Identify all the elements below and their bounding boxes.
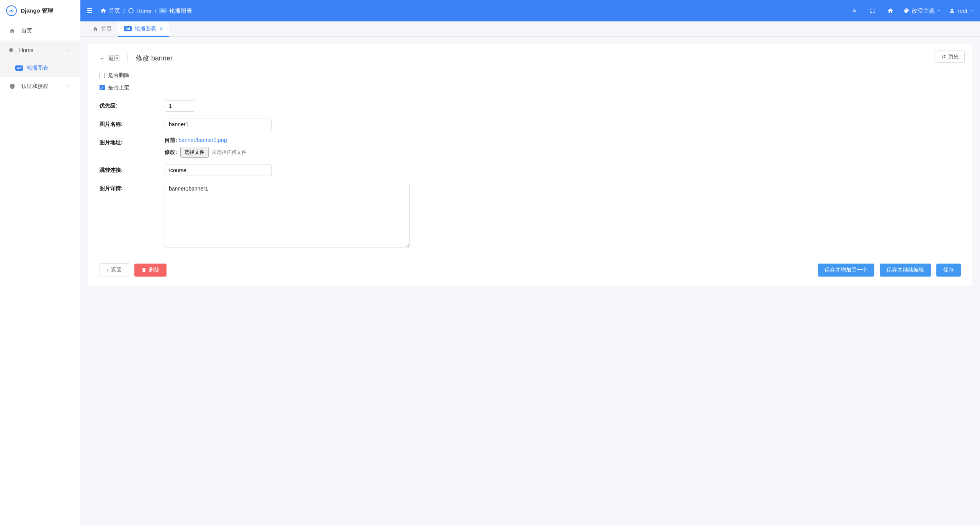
link-input[interactable]: [165, 164, 272, 176]
user-menu[interactable]: root ﹀: [949, 8, 974, 14]
file-status: 未选择任何文件: [212, 149, 247, 156]
breadcrumb-label: Home: [136, 8, 152, 14]
nav-item-home[interactable]: 首页: [0, 21, 80, 41]
detail-label: 图片详情:: [100, 183, 165, 192]
trash-icon: [141, 267, 147, 273]
home-icon: [93, 26, 98, 32]
is-deleted-checkbox[interactable]: 是否删除: [100, 72, 129, 79]
nav-label: 认证和授权: [21, 83, 48, 90]
ad-badge-icon: Ad: [15, 65, 23, 71]
dot-icon: [9, 47, 13, 53]
user-label: root: [957, 8, 967, 14]
checkbox-checked-icon: ✓: [100, 85, 105, 90]
font-icon[interactable]: [849, 5, 860, 16]
breadcrumb-label: 轮播图表: [169, 7, 192, 15]
circle-icon: [128, 8, 134, 14]
chevron-down-icon: ﹀: [66, 83, 71, 90]
history-button[interactable]: ↺ 历史: [936, 50, 965, 63]
nav-sub-label: 轮播图表: [27, 65, 48, 72]
checkbox-label: 是否删除: [108, 72, 129, 79]
svg-point-0: [129, 8, 133, 13]
theme-label: 改变主题: [912, 7, 935, 15]
chevron-up-icon: ︿: [66, 47, 71, 53]
priority-input[interactable]: [165, 100, 195, 112]
chevron-down-icon: ﹀: [970, 8, 974, 14]
choose-file-button[interactable]: 选择文件: [180, 147, 209, 158]
brand-logo[interactable]: ∞ Django 管理: [0, 0, 80, 21]
theme-menu[interactable]: 改变主题 ﹀: [903, 7, 941, 15]
content-area: ↺ 历史 ← 返回 修改 banner 是否删除: [80, 37, 980, 526]
breadcrumb-carousel[interactable]: Ad 轮播图表: [159, 7, 192, 15]
topbar: ☰ 首页 / Home / Ad 轮播图表: [80, 0, 980, 21]
brand-text: Django 管理: [21, 7, 53, 15]
fullscreen-icon[interactable]: [867, 6, 877, 16]
chevron-down-icon: ﹀: [937, 8, 941, 14]
chevron-left-icon: ‹: [107, 267, 109, 273]
breadcrumb-sep: /: [123, 8, 125, 14]
sidebar: ∞ Django 管理 首页 Home ︿ Ad 轮播图表 认证和授权 ﹀: [0, 0, 80, 526]
name-label: 图片名称:: [100, 119, 165, 128]
file-current-prefix: 目前:: [165, 137, 177, 143]
nav-item-auth[interactable]: 认证和授权 ﹀: [0, 77, 80, 96]
home-icon: [100, 8, 106, 14]
divider: [127, 54, 128, 62]
breadcrumb-home-app[interactable]: Home: [128, 8, 152, 14]
arrow-left-icon: ←: [100, 55, 105, 62]
file-current-link[interactable]: banner/banner1.png: [179, 137, 227, 143]
history-label: 历史: [948, 53, 959, 60]
checkbox-icon: [100, 73, 105, 78]
detail-textarea[interactable]: [165, 183, 410, 248]
close-icon[interactable]: ✕: [159, 26, 163, 31]
palette-icon: [903, 8, 910, 14]
file-current: 目前: banner/banner1.png: [165, 137, 247, 144]
delete-button[interactable]: 删除: [134, 264, 167, 277]
tabs-bar: 首页 Ad 轮播图表 ✕: [80, 21, 980, 37]
page-title: 修改 banner: [136, 54, 173, 63]
shield-icon: [9, 83, 15, 90]
home-icon[interactable]: [885, 5, 896, 16]
breadcrumb-home[interactable]: 首页: [100, 7, 120, 15]
name-input[interactable]: [165, 119, 272, 130]
hamburger-icon[interactable]: ☰: [87, 7, 93, 15]
save-continue-button[interactable]: 保存并继续编辑: [880, 264, 931, 277]
breadcrumb: 首页 / Home / Ad 轮播图表: [100, 7, 192, 15]
back-label: 返回: [108, 55, 120, 62]
file-edit-prefix: 修改:: [165, 149, 177, 156]
logo-icon: ∞: [6, 5, 17, 16]
form-card: ↺ 历史 ← 返回 修改 banner 是否删除: [88, 44, 972, 286]
home-icon: [9, 28, 15, 34]
ad-badge-icon: Ad: [124, 26, 132, 31]
checkbox-label: 是否上架: [108, 84, 129, 91]
tab-home[interactable]: 首页: [87, 21, 118, 37]
history-icon: ↺: [941, 54, 946, 60]
tab-label: 首页: [101, 26, 112, 33]
link-label: 跳转连接:: [100, 164, 165, 174]
save-add-another-button[interactable]: 保存并增加另一个: [818, 264, 874, 277]
back-link[interactable]: ← 返回: [100, 55, 120, 62]
nav-label: Home: [19, 47, 33, 53]
ad-badge-icon: Ad: [159, 8, 167, 13]
user-icon: [949, 8, 955, 14]
breadcrumb-label: 首页: [109, 7, 120, 15]
delete-button-label: 删除: [149, 267, 160, 274]
priority-label: 优先级:: [100, 100, 165, 109]
save-button[interactable]: 保存: [936, 264, 961, 277]
back-button[interactable]: ‹ 返回: [100, 263, 129, 277]
image-url-label: 图片地址:: [100, 137, 165, 146]
breadcrumb-sep: /: [155, 8, 156, 14]
tab-carousel[interactable]: Ad 轮播图表 ✕: [118, 21, 169, 37]
nav-sub-item-carousel[interactable]: Ad 轮播图表: [0, 59, 80, 77]
nav-label: 首页: [21, 28, 32, 34]
tab-label: 轮播图表: [135, 25, 156, 32]
back-button-label: 返回: [111, 267, 122, 274]
is-active-checkbox[interactable]: ✓ 是否上架: [100, 84, 129, 91]
nav-item-home-app[interactable]: Home ︿: [0, 41, 80, 59]
